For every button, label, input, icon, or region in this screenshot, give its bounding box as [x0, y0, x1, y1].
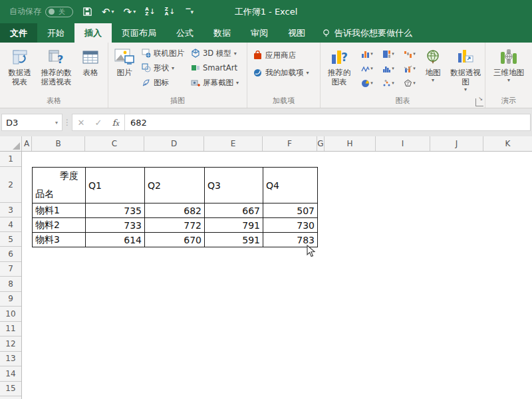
- enter-button[interactable]: ✓: [90, 118, 107, 128]
- row-header-13[interactable]: 13: [0, 352, 21, 367]
- redo-button[interactable]: ↷▾: [124, 6, 136, 18]
- recommended-charts-button[interactable]: ? 推荐的图表: [323, 45, 355, 94]
- tab-data[interactable]: 数据: [203, 23, 241, 43]
- sort-ascending-button[interactable]: AZ↓: [145, 7, 156, 17]
- undo-button[interactable]: ↶▾: [102, 6, 114, 18]
- chevron-down-icon: ▾: [112, 9, 114, 15]
- customize-qat-button[interactable]: ▔▾: [184, 9, 193, 15]
- autosave-toggle[interactable]: 自动保存 关: [9, 6, 73, 17]
- 3d-map-button[interactable]: 三维地图 ▾: [491, 45, 526, 94]
- cell-b5[interactable]: 物料3: [33, 233, 86, 247]
- pivotchart-button[interactable]: 数据透视图 ▾: [446, 45, 485, 94]
- cell-f4[interactable]: 730: [263, 218, 318, 233]
- table-button[interactable]: 表格: [76, 45, 105, 94]
- column-header-k[interactable]: K: [483, 136, 532, 151]
- tab-page-layout[interactable]: 页面布局: [112, 23, 166, 43]
- cell-f3[interactable]: 507: [263, 203, 318, 218]
- sheet-canvas[interactable]: 季度 品名 Q1 Q2 Q3 Q4 物料1 735 682 667 507 物料…: [22, 152, 532, 399]
- cell-c2[interactable]: Q1: [86, 168, 145, 203]
- row-header-8[interactable]: 8: [0, 277, 21, 292]
- cell-b4[interactable]: 物料2: [33, 218, 86, 233]
- charts-dialog-launcher[interactable]: [475, 98, 483, 106]
- column-header-e[interactable]: E: [204, 136, 263, 151]
- insert-statistic-chart-button[interactable]: ▾: [378, 61, 399, 76]
- pivottable-button[interactable]: 数据透视表: [3, 45, 37, 94]
- row-header-16[interactable]: 16: [0, 396, 21, 399]
- row-header-3[interactable]: 3: [0, 203, 21, 217]
- icons-button[interactable]: 图标: [139, 75, 187, 90]
- row-header-2[interactable]: 2: [0, 167, 21, 203]
- cell-e5[interactable]: 591: [205, 233, 263, 247]
- tell-me-box[interactable]: 告诉我你想要做什么: [315, 23, 419, 43]
- tab-view[interactable]: 视图: [278, 23, 315, 43]
- row-header-5[interactable]: 5: [0, 232, 21, 247]
- row-header-9[interactable]: 9: [0, 292, 21, 307]
- column-header-i[interactable]: I: [376, 136, 430, 151]
- recommended-pivottables-button[interactable]: ? 推荐的数据透视表: [38, 45, 74, 94]
- column-header-h[interactable]: H: [325, 136, 376, 151]
- cell-d3[interactable]: 682: [145, 203, 205, 218]
- cell-b2-split-header[interactable]: 季度 品名: [33, 168, 86, 203]
- cancel-button[interactable]: ✕: [72, 118, 90, 128]
- row-header-4[interactable]: 4: [0, 217, 21, 232]
- insert-line-chart-button[interactable]: ▾: [356, 61, 378, 76]
- formula-bar-splitter[interactable]: ⋮: [63, 118, 72, 127]
- maps-button[interactable]: 地图 ▾: [422, 45, 444, 94]
- column-header-d[interactable]: D: [144, 136, 204, 151]
- select-all-button[interactable]: [0, 136, 22, 151]
- toggle-knob-icon: [49, 9, 55, 15]
- insert-pie-chart-button[interactable]: ▾: [356, 76, 378, 90]
- column-header-c[interactable]: C: [85, 136, 144, 151]
- save-button[interactable]: [82, 7, 92, 17]
- name-box[interactable]: D3 ▾: [1, 114, 63, 131]
- cell-e4[interactable]: 791: [205, 218, 263, 233]
- shapes-button[interactable]: 形状▾: [139, 61, 187, 75]
- row-header-15[interactable]: 15: [0, 382, 21, 397]
- cell-d5[interactable]: 670: [145, 233, 205, 247]
- cell-f5[interactable]: 783: [263, 233, 318, 247]
- tab-review[interactable]: 审阅: [241, 23, 278, 43]
- tab-formulas[interactable]: 公式: [166, 23, 203, 43]
- insert-function-button[interactable]: fx: [107, 118, 124, 128]
- tab-home[interactable]: 开始: [37, 23, 74, 43]
- row-header-14[interactable]: 14: [0, 366, 21, 382]
- cell-e3[interactable]: 667: [205, 203, 263, 218]
- tab-insert[interactable]: 插入: [74, 23, 112, 43]
- insert-scatter-chart-button[interactable]: ▾: [378, 76, 399, 90]
- online-pictures-button[interactable]: 联机图片: [139, 46, 187, 61]
- tab-file[interactable]: 文件: [0, 23, 37, 43]
- cell-c3[interactable]: 735: [86, 203, 145, 218]
- screenshot-button[interactable]: 屏幕截图▾: [188, 75, 241, 90]
- cell-b3[interactable]: 物料1: [33, 203, 86, 218]
- row-header-12[interactable]: 12: [0, 336, 21, 352]
- insert-waterfall-chart-button[interactable]: ▾: [399, 47, 420, 61]
- insert-radar-chart-button[interactable]: ▾: [399, 76, 420, 90]
- row-header-6[interactable]: 6: [0, 247, 21, 262]
- cell-c4[interactable]: 733: [86, 218, 145, 233]
- column-header-g[interactable]: G: [317, 136, 325, 151]
- store-button[interactable]: 应用商店: [250, 48, 299, 63]
- column-header-j[interactable]: J: [430, 136, 483, 151]
- row-header-10[interactable]: 10: [0, 307, 21, 322]
- cell-d4[interactable]: 772: [145, 218, 205, 233]
- row-header-7[interactable]: 7: [0, 262, 21, 277]
- insert-hierarchy-chart-button[interactable]: ▾: [378, 47, 399, 61]
- autosave-switch-icon[interactable]: 关: [45, 7, 73, 17]
- row-header-11[interactable]: 11: [0, 322, 21, 337]
- my-addins-button[interactable]: 我的加载项▾: [250, 65, 312, 80]
- insert-column-chart-button[interactable]: ▾: [356, 47, 378, 61]
- cell-c5[interactable]: 614: [86, 233, 145, 247]
- pictures-button[interactable]: 图片: [111, 45, 138, 94]
- column-header-a[interactable]: A: [22, 136, 32, 151]
- smartart-button[interactable]: SmartArt: [188, 61, 241, 75]
- cell-d2[interactable]: Q2: [145, 168, 205, 203]
- column-header-b[interactable]: B: [32, 136, 85, 151]
- insert-combo-chart-button[interactable]: ▾: [399, 61, 420, 76]
- row-header-1[interactable]: 1: [0, 152, 21, 167]
- cell-e2[interactable]: Q3: [205, 168, 263, 203]
- 3d-models-button[interactable]: 3D 模型▾: [188, 46, 241, 61]
- formula-input[interactable]: 682: [125, 114, 531, 131]
- column-header-f[interactable]: F: [263, 136, 317, 151]
- cell-f2[interactable]: Q4: [263, 168, 318, 203]
- sort-descending-button[interactable]: ZA↓: [165, 7, 176, 17]
